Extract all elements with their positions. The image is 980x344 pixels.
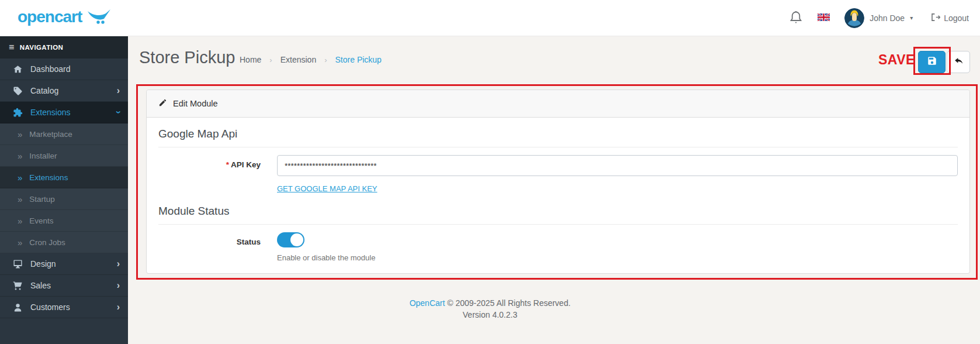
- module-status-heading: Module Status: [158, 205, 958, 225]
- sidebar-subitem-cron-jobs[interactable]: » Cron Jobs: [0, 232, 128, 253]
- sidebar-item-dashboard[interactable]: Dashboard: [0, 59, 128, 80]
- required-asterisk: *: [226, 160, 229, 169]
- sidebar-item-extensions[interactable]: Extensions ›: [0, 102, 128, 123]
- opencart-footer-link[interactable]: OpenCart: [410, 298, 445, 308]
- api-key-label: *API Key: [158, 155, 261, 194]
- notifications-bell-icon[interactable]: [789, 10, 803, 26]
- top-header: opencart: [0, 0, 980, 36]
- back-button[interactable]: [947, 51, 970, 73]
- sidebar-subitem-extensions[interactable]: » Extensions: [0, 167, 128, 188]
- api-key-input[interactable]: [277, 155, 958, 176]
- logout-icon: [931, 13, 940, 23]
- monitor-icon: [13, 259, 23, 269]
- puzzle-icon: [13, 108, 23, 118]
- language-flag-icon[interactable]: [818, 13, 830, 23]
- double-angle-icon: »: [18, 129, 22, 139]
- breadcrumb-store-pickup[interactable]: Store Pickup: [335, 55, 382, 64]
- breadcrumb-home[interactable]: Home: [240, 55, 261, 64]
- edit-module-panel: Edit Module Google Map Api *API Key GET …: [146, 90, 970, 274]
- undo-arrow-icon: [953, 56, 964, 68]
- opencart-logo[interactable]: opencart: [18, 9, 111, 27]
- logout-button[interactable]: Logout: [931, 13, 969, 23]
- chevron-down-icon: ▾: [910, 15, 913, 21]
- opencart-logo-text: opencart: [18, 9, 82, 27]
- breadcrumb-extension[interactable]: Extension: [281, 55, 316, 64]
- floppy-save-icon: [927, 56, 937, 68]
- pencil-icon: [158, 98, 167, 109]
- logout-label: Logout: [944, 13, 969, 23]
- breadcrumb-separator: ›: [324, 56, 327, 64]
- chevron-down-icon: ›: [113, 111, 123, 113]
- version-text: Version 4.0.2.3: [0, 310, 980, 319]
- get-google-map-api-key-link[interactable]: GET GOOGLE MAP API KEY: [277, 184, 377, 193]
- copyright-text: © 2009-2025 All Rights Reserved.: [447, 298, 570, 308]
- google-map-api-heading: Google Map Api: [158, 128, 958, 147]
- chevron-right-icon: ›: [117, 86, 120, 95]
- status-label: Status: [158, 232, 261, 262]
- home-icon: [13, 64, 23, 74]
- sidebar-subitem-events[interactable]: » Events: [0, 210, 128, 232]
- double-angle-icon: »: [18, 216, 22, 226]
- sidebar-subitem-marketplace[interactable]: » Marketplace: [0, 123, 128, 145]
- opencart-logo-mark: [85, 9, 111, 27]
- copyright-line: OpenCart © 2009-2025 All Rights Reserved…: [0, 298, 980, 308]
- cart-icon: [13, 281, 23, 291]
- navigation-label: NAVIGATION: [20, 44, 64, 51]
- double-angle-icon: »: [18, 194, 22, 204]
- sidebar-item-catalog[interactable]: Catalog ›: [0, 80, 128, 102]
- menu-toggle-icon[interactable]: ≡: [9, 42, 15, 53]
- double-angle-icon: »: [18, 151, 22, 161]
- status-toggle[interactable]: [277, 232, 304, 247]
- toggle-knob: [290, 233, 303, 246]
- sidebar-subitem-startup[interactable]: » Startup: [0, 188, 128, 210]
- double-angle-icon: »: [18, 173, 22, 183]
- sidebar-item-design[interactable]: Design ›: [0, 253, 128, 275]
- panel-title: Edit Module: [173, 99, 218, 108]
- page-title: Store Pickup: [139, 48, 235, 67]
- breadcrumb: Home › Extension › Store Pickup: [240, 55, 382, 64]
- save-button[interactable]: [918, 51, 946, 73]
- user-name: John Doe: [870, 13, 905, 23]
- save-annotation-label: SAVE: [878, 52, 915, 68]
- breadcrumb-separator: ›: [269, 56, 272, 64]
- panel-header: Edit Module: [147, 90, 969, 118]
- tag-icon: [13, 86, 23, 96]
- header-actions: [918, 51, 970, 73]
- chevron-right-icon: ›: [117, 281, 120, 290]
- avatar: [844, 8, 864, 28]
- status-help-text: Enable or disable the module: [277, 253, 958, 262]
- sidebar-item-sales[interactable]: Sales ›: [0, 275, 128, 297]
- double-angle-icon: »: [18, 238, 22, 247]
- chevron-right-icon: ›: [117, 259, 120, 269]
- sidebar-subitem-installer[interactable]: » Installer: [0, 145, 128, 167]
- user-menu[interactable]: John Doe ▾: [844, 8, 913, 28]
- footer: OpenCart © 2009-2025 All Rights Reserved…: [0, 298, 980, 319]
